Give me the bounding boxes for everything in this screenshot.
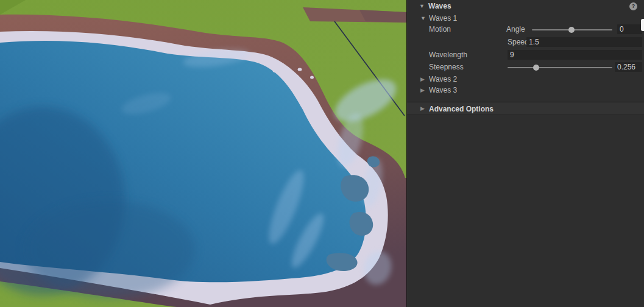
mouse-cursor — [641, 19, 644, 31]
waves3-foldout[interactable]: ▶ Waves 3 — [407, 85, 644, 96]
inspector-panel: ▼ Waves ? ▼ Waves 1 Motion Angle Speed W… — [406, 0, 644, 307]
advanced-options-header[interactable]: ▶ Advanced Options — [407, 102, 644, 115]
foldout-expanded-icon[interactable]: ▼ — [419, 0, 425, 13]
steepness-value-input[interactable] — [615, 62, 642, 72]
foldout-collapsed-icon[interactable]: ▶ — [420, 74, 425, 85]
waves1-foldout[interactable]: ▼ Waves 1 — [407, 13, 644, 24]
wavelength-row: Wavelength — [407, 50, 644, 60]
foldout-collapsed-icon[interactable]: ▶ — [420, 85, 425, 96]
foldout-expanded-icon[interactable]: ▼ — [420, 13, 426, 24]
wavelength-label: Wavelength — [429, 50, 467, 60]
angle-slider-thumb[interactable] — [568, 27, 575, 33]
angle-value-input[interactable] — [617, 24, 642, 34]
section-title: Waves — [428, 0, 451, 13]
waves-section-header[interactable]: ▼ Waves ? — [407, 0, 644, 13]
angle-label: Angle — [506, 24, 525, 35]
advanced-options-label: Advanced Options — [429, 102, 494, 116]
foldout-collapsed-icon[interactable]: ▶ — [420, 102, 425, 115]
speed-row: Speed — [407, 37, 644, 47]
steepness-slider[interactable] — [508, 62, 612, 72]
steepness-row: Steepness — [407, 62, 644, 72]
motion-angle-row: Motion Angle — [407, 24, 644, 35]
help-icon[interactable]: ? — [629, 2, 637, 10]
steepness-slider-thumb[interactable] — [533, 65, 539, 71]
waves2-foldout[interactable]: ▶ Waves 2 — [407, 74, 644, 85]
motion-label: Motion — [429, 24, 451, 35]
angle-slider[interactable] — [532, 24, 612, 35]
waves1-label: Waves 1 — [429, 13, 457, 24]
waves2-label: Waves 2 — [429, 74, 457, 85]
scene-view[interactable] — [0, 0, 406, 307]
speed-label: Speed — [508, 37, 529, 47]
wavelength-input[interactable] — [508, 50, 642, 60]
app-window: ▼ Waves ? ▼ Waves 1 Motion Angle Speed W… — [0, 0, 644, 307]
waves3-label: Waves 3 — [429, 85, 457, 96]
steepness-slider-track[interactable] — [508, 67, 612, 68]
steepness-label: Steepness — [429, 62, 464, 72]
speed-input[interactable] — [526, 37, 642, 47]
